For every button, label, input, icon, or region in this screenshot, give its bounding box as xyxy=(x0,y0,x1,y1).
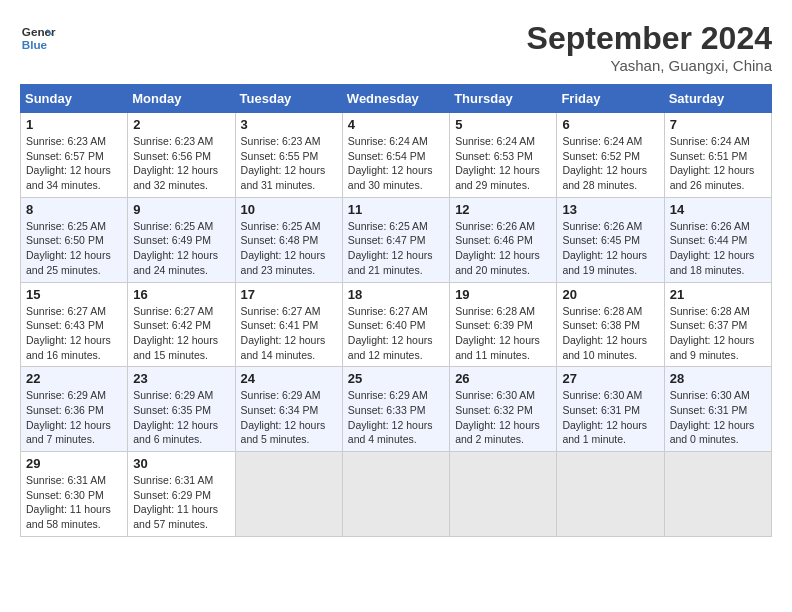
day-number: 7 xyxy=(670,117,766,132)
calendar-header-row: SundayMondayTuesdayWednesdayThursdayFrid… xyxy=(21,85,772,113)
calendar-cell: 14Sunrise: 6:26 AM Sunset: 6:44 PM Dayli… xyxy=(664,197,771,282)
day-number: 2 xyxy=(133,117,229,132)
calendar-cell: 19Sunrise: 6:28 AM Sunset: 6:39 PM Dayli… xyxy=(450,282,557,367)
day-info: Sunrise: 6:25 AM Sunset: 6:48 PM Dayligh… xyxy=(241,219,337,278)
day-info: Sunrise: 6:23 AM Sunset: 6:56 PM Dayligh… xyxy=(133,134,229,193)
day-info: Sunrise: 6:24 AM Sunset: 6:53 PM Dayligh… xyxy=(455,134,551,193)
day-info: Sunrise: 6:27 AM Sunset: 6:40 PM Dayligh… xyxy=(348,304,444,363)
title-block: September 2024 Yashan, Guangxi, China xyxy=(527,20,772,74)
calendar-cell: 17Sunrise: 6:27 AM Sunset: 6:41 PM Dayli… xyxy=(235,282,342,367)
day-number: 22 xyxy=(26,371,122,386)
day-info: Sunrise: 6:23 AM Sunset: 6:55 PM Dayligh… xyxy=(241,134,337,193)
day-info: Sunrise: 6:27 AM Sunset: 6:41 PM Dayligh… xyxy=(241,304,337,363)
day-of-week-header: Monday xyxy=(128,85,235,113)
day-number: 13 xyxy=(562,202,658,217)
day-number: 16 xyxy=(133,287,229,302)
calendar-cell: 8Sunrise: 6:25 AM Sunset: 6:50 PM Daylig… xyxy=(21,197,128,282)
day-number: 19 xyxy=(455,287,551,302)
day-info: Sunrise: 6:25 AM Sunset: 6:47 PM Dayligh… xyxy=(348,219,444,278)
calendar-cell: 4Sunrise: 6:24 AM Sunset: 6:54 PM Daylig… xyxy=(342,113,449,198)
calendar-cell: 1Sunrise: 6:23 AM Sunset: 6:57 PM Daylig… xyxy=(21,113,128,198)
day-info: Sunrise: 6:26 AM Sunset: 6:44 PM Dayligh… xyxy=(670,219,766,278)
logo-icon: General Blue xyxy=(20,20,56,56)
day-number: 23 xyxy=(133,371,229,386)
day-number: 4 xyxy=(348,117,444,132)
month-title: September 2024 xyxy=(527,20,772,57)
calendar-cell: 30Sunrise: 6:31 AM Sunset: 6:29 PM Dayli… xyxy=(128,452,235,537)
day-number: 5 xyxy=(455,117,551,132)
day-number: 26 xyxy=(455,371,551,386)
day-info: Sunrise: 6:24 AM Sunset: 6:52 PM Dayligh… xyxy=(562,134,658,193)
day-info: Sunrise: 6:27 AM Sunset: 6:43 PM Dayligh… xyxy=(26,304,122,363)
calendar-cell: 28Sunrise: 6:30 AM Sunset: 6:31 PM Dayli… xyxy=(664,367,771,452)
calendar-week-row: 8Sunrise: 6:25 AM Sunset: 6:50 PM Daylig… xyxy=(21,197,772,282)
calendar-cell: 13Sunrise: 6:26 AM Sunset: 6:45 PM Dayli… xyxy=(557,197,664,282)
calendar-cell: 18Sunrise: 6:27 AM Sunset: 6:40 PM Dayli… xyxy=(342,282,449,367)
calendar-cell: 15Sunrise: 6:27 AM Sunset: 6:43 PM Dayli… xyxy=(21,282,128,367)
day-info: Sunrise: 6:30 AM Sunset: 6:31 PM Dayligh… xyxy=(562,388,658,447)
calendar-cell xyxy=(557,452,664,537)
svg-text:General: General xyxy=(22,25,56,38)
day-of-week-header: Friday xyxy=(557,85,664,113)
day-number: 10 xyxy=(241,202,337,217)
calendar-cell: 27Sunrise: 6:30 AM Sunset: 6:31 PM Dayli… xyxy=(557,367,664,452)
day-info: Sunrise: 6:23 AM Sunset: 6:57 PM Dayligh… xyxy=(26,134,122,193)
day-info: Sunrise: 6:27 AM Sunset: 6:42 PM Dayligh… xyxy=(133,304,229,363)
calendar-cell: 26Sunrise: 6:30 AM Sunset: 6:32 PM Dayli… xyxy=(450,367,557,452)
day-number: 20 xyxy=(562,287,658,302)
day-info: Sunrise: 6:24 AM Sunset: 6:51 PM Dayligh… xyxy=(670,134,766,193)
location: Yashan, Guangxi, China xyxy=(527,57,772,74)
day-number: 17 xyxy=(241,287,337,302)
day-number: 8 xyxy=(26,202,122,217)
calendar-cell: 2Sunrise: 6:23 AM Sunset: 6:56 PM Daylig… xyxy=(128,113,235,198)
day-info: Sunrise: 6:28 AM Sunset: 6:38 PM Dayligh… xyxy=(562,304,658,363)
day-info: Sunrise: 6:26 AM Sunset: 6:46 PM Dayligh… xyxy=(455,219,551,278)
calendar-cell: 12Sunrise: 6:26 AM Sunset: 6:46 PM Dayli… xyxy=(450,197,557,282)
calendar-cell: 29Sunrise: 6:31 AM Sunset: 6:30 PM Dayli… xyxy=(21,452,128,537)
day-of-week-header: Wednesday xyxy=(342,85,449,113)
calendar-cell: 23Sunrise: 6:29 AM Sunset: 6:35 PM Dayli… xyxy=(128,367,235,452)
day-number: 11 xyxy=(348,202,444,217)
calendar-cell xyxy=(235,452,342,537)
calendar-cell: 5Sunrise: 6:24 AM Sunset: 6:53 PM Daylig… xyxy=(450,113,557,198)
calendar-cell xyxy=(664,452,771,537)
day-number: 21 xyxy=(670,287,766,302)
calendar-table: SundayMondayTuesdayWednesdayThursdayFrid… xyxy=(20,84,772,537)
day-info: Sunrise: 6:29 AM Sunset: 6:33 PM Dayligh… xyxy=(348,388,444,447)
day-number: 12 xyxy=(455,202,551,217)
day-number: 15 xyxy=(26,287,122,302)
day-info: Sunrise: 6:25 AM Sunset: 6:50 PM Dayligh… xyxy=(26,219,122,278)
day-info: Sunrise: 6:30 AM Sunset: 6:32 PM Dayligh… xyxy=(455,388,551,447)
calendar-cell: 3Sunrise: 6:23 AM Sunset: 6:55 PM Daylig… xyxy=(235,113,342,198)
calendar-week-row: 15Sunrise: 6:27 AM Sunset: 6:43 PM Dayli… xyxy=(21,282,772,367)
day-number: 30 xyxy=(133,456,229,471)
calendar-cell: 22Sunrise: 6:29 AM Sunset: 6:36 PM Dayli… xyxy=(21,367,128,452)
calendar-week-row: 29Sunrise: 6:31 AM Sunset: 6:30 PM Dayli… xyxy=(21,452,772,537)
day-number: 6 xyxy=(562,117,658,132)
day-number: 1 xyxy=(26,117,122,132)
calendar-cell xyxy=(342,452,449,537)
day-info: Sunrise: 6:29 AM Sunset: 6:36 PM Dayligh… xyxy=(26,388,122,447)
calendar-week-row: 1Sunrise: 6:23 AM Sunset: 6:57 PM Daylig… xyxy=(21,113,772,198)
calendar-cell: 7Sunrise: 6:24 AM Sunset: 6:51 PM Daylig… xyxy=(664,113,771,198)
day-number: 29 xyxy=(26,456,122,471)
calendar-cell: 20Sunrise: 6:28 AM Sunset: 6:38 PM Dayli… xyxy=(557,282,664,367)
day-number: 9 xyxy=(133,202,229,217)
calendar-cell: 16Sunrise: 6:27 AM Sunset: 6:42 PM Dayli… xyxy=(128,282,235,367)
day-number: 3 xyxy=(241,117,337,132)
logo: General Blue xyxy=(20,20,56,56)
day-of-week-header: Sunday xyxy=(21,85,128,113)
calendar-cell xyxy=(450,452,557,537)
day-of-week-header: Tuesday xyxy=(235,85,342,113)
day-info: Sunrise: 6:31 AM Sunset: 6:29 PM Dayligh… xyxy=(133,473,229,532)
calendar-week-row: 22Sunrise: 6:29 AM Sunset: 6:36 PM Dayli… xyxy=(21,367,772,452)
calendar-body: 1Sunrise: 6:23 AM Sunset: 6:57 PM Daylig… xyxy=(21,113,772,537)
day-info: Sunrise: 6:25 AM Sunset: 6:49 PM Dayligh… xyxy=(133,219,229,278)
svg-text:Blue: Blue xyxy=(22,38,48,51)
calendar-cell: 9Sunrise: 6:25 AM Sunset: 6:49 PM Daylig… xyxy=(128,197,235,282)
day-info: Sunrise: 6:24 AM Sunset: 6:54 PM Dayligh… xyxy=(348,134,444,193)
day-number: 14 xyxy=(670,202,766,217)
day-of-week-header: Thursday xyxy=(450,85,557,113)
day-number: 25 xyxy=(348,371,444,386)
day-number: 27 xyxy=(562,371,658,386)
